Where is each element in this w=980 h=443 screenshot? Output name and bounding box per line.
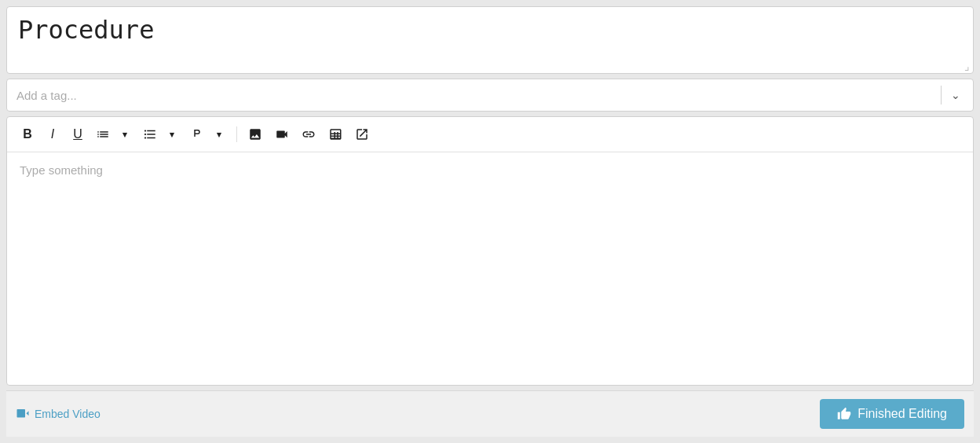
paragraph-group: ▾ <box>186 123 230 145</box>
underline-label: U <box>73 127 82 141</box>
unordered-list-dropdown[interactable]: ▾ <box>161 123 183 145</box>
italic-button[interactable]: I <box>42 123 64 145</box>
finished-editing-button[interactable]: Finished Editing <box>820 399 964 429</box>
paragraph-icon <box>190 127 204 141</box>
tag-divider <box>941 86 942 104</box>
ordered-list-icon <box>96 127 110 141</box>
italic-label: I <box>51 127 54 141</box>
bottom-bar: Embed Video Finished Editing <box>6 390 974 437</box>
title-area: ⌟ <box>6 6 974 74</box>
unordered-list-group: ▾ <box>139 123 183 145</box>
ordered-list-dropdown[interactable]: ▾ <box>114 123 136 145</box>
editor-toolbar: B I U ▾ ▾ <box>7 117 973 152</box>
image-icon <box>248 127 262 141</box>
video-button[interactable] <box>270 123 294 145</box>
link-icon <box>302 127 316 141</box>
title-input[interactable] <box>18 15 962 62</box>
image-button[interactable] <box>243 123 267 145</box>
tag-input[interactable] <box>16 89 941 102</box>
finished-editing-label: Finished Editing <box>858 407 947 421</box>
unordered-list-icon <box>143 127 157 141</box>
tag-area: ⌄ <box>6 79 974 112</box>
bold-label: B <box>23 127 32 141</box>
tag-chevron-icon[interactable]: ⌄ <box>948 86 964 104</box>
editor-placeholder: Type something <box>20 163 103 177</box>
editor-content[interactable]: Type something <box>7 152 973 385</box>
thumbs-up-icon <box>837 407 851 421</box>
link-button[interactable] <box>297 123 320 145</box>
resize-handle: ⌟ <box>964 60 970 71</box>
svg-rect-0 <box>17 409 26 418</box>
external-link-button[interactable] <box>350 123 374 145</box>
video-icon <box>275 127 289 141</box>
toolbar-separator-1 <box>236 126 237 142</box>
bold-button[interactable]: B <box>16 123 38 145</box>
underline-button[interactable]: U <box>67 123 89 145</box>
paragraph-button[interactable] <box>186 123 208 145</box>
external-link-icon <box>355 127 369 141</box>
embed-video-label: Embed Video <box>35 408 101 420</box>
unordered-list-button[interactable] <box>139 123 161 145</box>
ordered-list-button[interactable] <box>92 123 114 145</box>
table-button[interactable] <box>324 123 347 145</box>
ordered-list-group: ▾ <box>92 123 136 145</box>
paragraph-dropdown[interactable]: ▾ <box>208 123 230 145</box>
embed-video-button[interactable]: Embed Video <box>16 407 101 421</box>
embed-video-icon <box>16 407 30 421</box>
table-icon <box>328 127 342 141</box>
editor-area: B I U ▾ ▾ <box>6 116 974 386</box>
